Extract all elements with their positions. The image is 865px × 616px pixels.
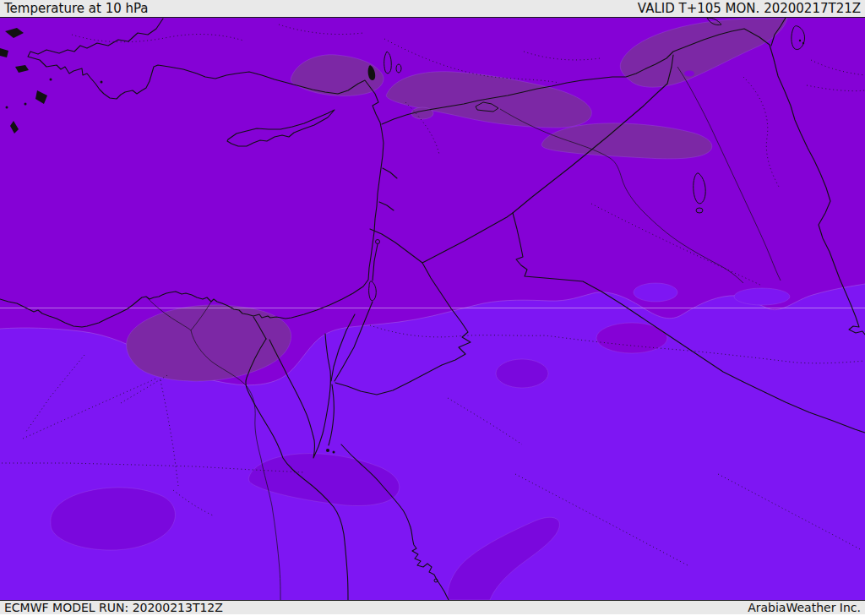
header-bar: Temperature at 10 hPa VALID T+105 MON. 2… [0, 0, 865, 18]
temperature-zones [0, 18, 865, 600]
map-title: Temperature at 10 hPa [4, 1, 149, 16]
valid-time-label: VALID T+105 MON. 20200217T21Z [638, 1, 861, 16]
map-svg [0, 18, 865, 600]
tiran-island [326, 449, 329, 452]
weather-map [0, 18, 865, 600]
model-run-label: ECMWF MODEL RUN: 20200213T12Z [4, 601, 223, 614]
footer-bar: ECMWF MODEL RUN: 20200213T12Z ArabiaWeat… [0, 600, 865, 614]
credit-label: ArabiaWeather Inc. [748, 601, 861, 614]
tiran-island [333, 451, 335, 454]
